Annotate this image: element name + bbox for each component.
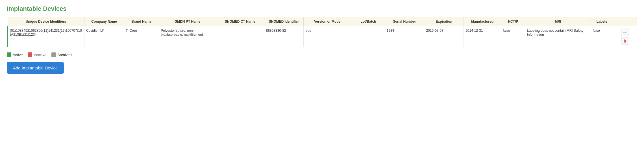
col-header-brand: Brand Name — [124, 17, 159, 26]
edit-button[interactable]: ✏ — [621, 29, 629, 36]
col-header-expiration: Expiration — [424, 17, 464, 26]
add-implantable-device-button[interactable]: Add Implantable Device — [7, 62, 64, 74]
col-header-snomed-id: SNOMED Identifier — [264, 17, 304, 26]
legend-active: Active — [7, 52, 23, 57]
cell-expiration: 2015-07-07 — [424, 26, 464, 47]
cell-snomed-id: 88863380-82 — [264, 26, 304, 47]
cell-actions: ✏ 🗑 — [613, 26, 637, 47]
cell-serial: 1234 — [385, 26, 424, 47]
inactive-icon — [28, 52, 32, 57]
col-header-hct: HCT/P — [501, 17, 525, 26]
devices-table: Unique Device Identifiers Company Name B… — [7, 17, 637, 47]
col-header-company: Company Name — [84, 17, 124, 26]
cell-brand: Ti-Cron — [124, 26, 159, 47]
cell-udi: (01)10884521062856(11)141231(17)150707(1… — [8, 26, 84, 47]
legend-inactive: Inactive — [28, 52, 46, 57]
col-header-labels: Labels — [591, 17, 613, 26]
col-header-mri: MRI — [525, 17, 591, 26]
table-row: (01)10884521062856(11)141231(17)150707(1… — [8, 26, 637, 47]
devices-table-wrapper: Unique Device Identifiers Company Name B… — [7, 17, 637, 47]
cell-gmdn: Polyester suture, non-bioabsorbable, mul… — [159, 26, 216, 47]
cell-labels: false — [591, 26, 613, 47]
cell-version: true — [304, 26, 352, 47]
cell-mri: Labeling does not contain MRI Safety Inf… — [525, 26, 591, 47]
col-header-udi: Unique Device Identifiers — [8, 17, 84, 26]
inactive-label: Inactive — [34, 53, 46, 57]
delete-button[interactable]: 🗑 — [621, 37, 629, 44]
active-label: Active — [13, 53, 23, 57]
cell-company: Covidien LP — [84, 26, 124, 47]
legend: Active Inactive Archived — [7, 52, 637, 57]
cell-manufactured: 2014-12-31 — [464, 26, 501, 47]
col-header-lot: Lot/Batch — [352, 17, 385, 26]
archived-label: Archived — [57, 53, 72, 57]
col-header-snomed-ct: SNOMED CT Name — [216, 17, 264, 26]
col-header-manufactured: Manufactured — [464, 17, 501, 26]
col-header-serial: Serial Number — [385, 17, 424, 26]
legend-archived: Archived — [51, 52, 72, 57]
col-header-gmdn: GMDN PT Name — [159, 17, 216, 26]
col-header-version: Version or Model — [304, 17, 352, 26]
col-header-actions — [613, 17, 637, 26]
active-icon — [7, 52, 11, 57]
cell-snomed-ct — [216, 26, 264, 47]
archived-icon — [51, 52, 56, 57]
table-header-row: Unique Device Identifiers Company Name B… — [8, 17, 637, 26]
page-title: Implantable Devices — [7, 5, 637, 12]
cell-lot — [352, 26, 385, 47]
cell-hct: false — [501, 26, 525, 47]
